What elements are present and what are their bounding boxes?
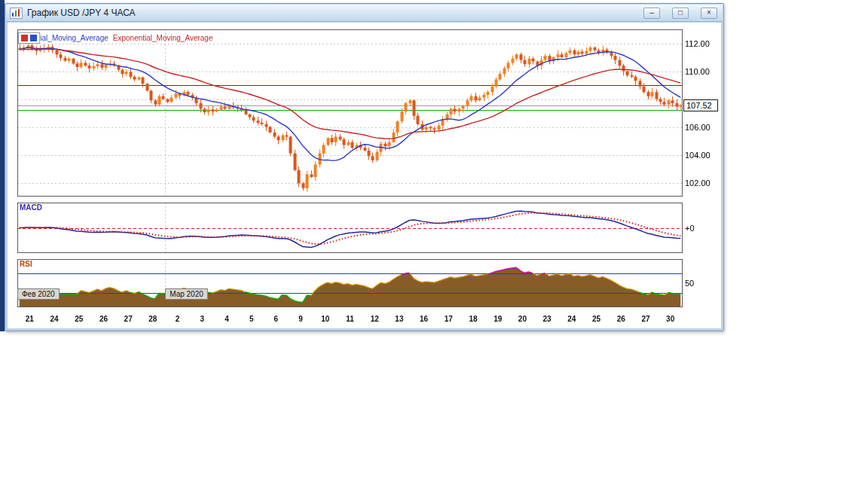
price-axis-label: 112.00 (685, 38, 710, 49)
x-axis-label: 16 (420, 315, 428, 323)
x-axis-label: 20 (518, 315, 527, 323)
chart-app-icon[interactable] (10, 8, 23, 19)
minimize-button[interactable]: – (643, 8, 660, 19)
chart-window: График USD /JPY 4 ЧАСА –□× Initial_Movin… (5, 3, 724, 331)
ma-legend-swatches (18, 32, 40, 44)
x-axis-label: 13 (395, 315, 403, 323)
price-axis-label: 106.00 (685, 122, 711, 133)
rsi-mid-label: 50 (685, 278, 694, 288)
window-title: График USD /JPY 4 ЧАСА (27, 8, 136, 18)
x-axis-label: 26 (617, 315, 625, 323)
ma1-swatch (21, 35, 28, 41)
month-marker: Фев 2020 (17, 288, 60, 300)
x-axis-label: 27 (124, 315, 133, 323)
price-axis-label: 110.00 (685, 66, 710, 77)
x-axis-label: 30 (666, 315, 674, 323)
x-axis-label: 25 (592, 315, 601, 323)
x-axis-label: 9 (298, 315, 303, 323)
ma2-label: Exponential_Moving_Average (113, 34, 213, 42)
x-axis-label: 24 (567, 315, 576, 323)
ma2-swatch (30, 35, 37, 41)
macd-zero-label: +0 (685, 223, 695, 233)
x-axis-label: 12 (371, 315, 379, 323)
desktop-background: { "window": { "title": "График USD /JPY … (0, 0, 868, 488)
x-axis-label: 21 (26, 315, 34, 323)
rsi-panel-label: RSI (20, 260, 32, 268)
last-price-box: 107.52 (683, 99, 718, 111)
x-axis-label: 10 (321, 315, 329, 323)
x-axis-label: 6 (274, 315, 279, 323)
close-button[interactable]: × (701, 8, 717, 19)
x-axis-label: 4 (225, 315, 229, 323)
titlebar[interactable]: График USD /JPY 4 ЧАСА –□× (6, 5, 723, 22)
x-axis-label: 18 (469, 315, 477, 323)
chart-client: Initial_Moving_Average Exponential_Movin… (8, 23, 721, 328)
x-axis-label: 17 (445, 315, 453, 323)
chart-canvas[interactable] (8, 23, 721, 328)
ma1-label: Initial_Moving_Average (30, 34, 108, 42)
x-axis-label: 19 (494, 315, 502, 323)
window-controls: –□× (643, 8, 719, 19)
x-axis-label: 23 (543, 315, 552, 323)
x-axis-label: 25 (75, 315, 83, 323)
ma-legend-labels: Initial_Moving_Average Exponential_Movin… (30, 34, 212, 42)
x-axis-label: 11 (346, 315, 354, 323)
x-axis-label: 26 (99, 315, 108, 323)
x-axis-label: 28 (148, 315, 157, 323)
restore-button[interactable]: □ (672, 8, 689, 19)
x-axis-label: 2 (176, 315, 180, 323)
x-axis-label: 24 (50, 315, 58, 323)
x-axis-label: 5 (249, 315, 254, 323)
price-axis-label: 102.00 (685, 178, 711, 188)
x-axis-label: 27 (641, 315, 649, 323)
month-marker: Мар 2020 (165, 288, 208, 300)
macd-panel-label: MACD (20, 203, 42, 212)
price-axis-label: 104.00 (685, 150, 711, 160)
x-axis-label: 3 (200, 315, 204, 323)
